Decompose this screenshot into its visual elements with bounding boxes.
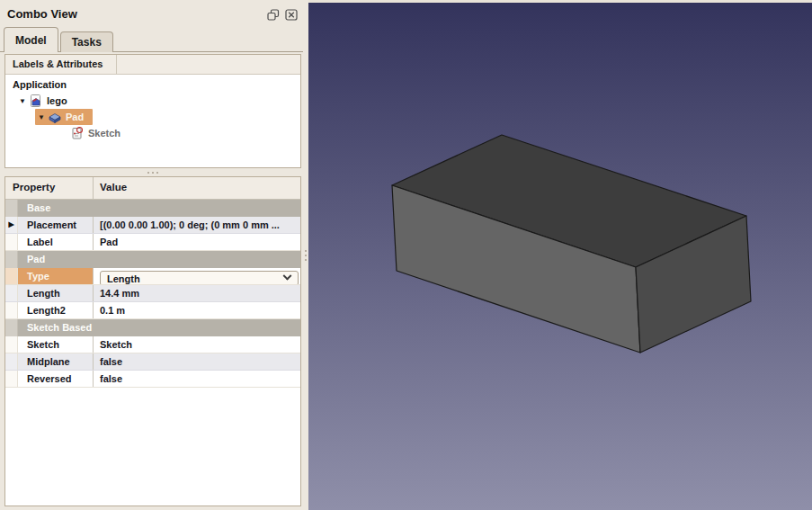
tab-model[interactable]: Model xyxy=(4,27,58,52)
row-gutter xyxy=(5,200,18,217)
tab-tasks[interactable]: Tasks xyxy=(60,31,113,52)
tree-item-label: Application xyxy=(13,79,67,90)
tree-body: Application▼lego▼PadSketch xyxy=(5,75,300,141)
combobox-value: Length xyxy=(107,273,140,284)
property-row-type[interactable]: TypeLength xyxy=(5,268,300,285)
property-row-placement[interactable]: ▶Placement[(0.00 0.00 1.00); 0 deg; (0 m… xyxy=(5,217,300,234)
viewport-3d[interactable] xyxy=(308,0,812,510)
row-gutter xyxy=(5,234,18,250)
row-gutter xyxy=(5,371,18,387)
property-value: false xyxy=(94,353,300,370)
property-row-sketch[interactable]: SketchSketch xyxy=(5,336,300,353)
property-value: Sketch xyxy=(94,336,300,353)
row-gutter xyxy=(5,319,18,336)
row-gutter xyxy=(5,251,18,268)
property-row-length2[interactable]: Length20.1 m xyxy=(5,302,300,319)
expand-arrow-icon[interactable]: ▼ xyxy=(16,97,29,105)
close-button[interactable] xyxy=(284,8,298,21)
tree-header: Labels & Attributes xyxy=(5,55,300,75)
property-value: 0.1 m xyxy=(94,302,300,318)
tree-item-label: Sketch xyxy=(88,128,120,139)
type-combobox[interactable]: Length xyxy=(100,271,299,284)
row-gutter xyxy=(5,353,18,370)
float-window-button[interactable] xyxy=(266,8,280,21)
row-gutter xyxy=(5,336,18,353)
tree-item-pad[interactable]: ▼Pad xyxy=(5,109,300,125)
property-group-pad: Pad xyxy=(5,251,300,268)
group-label: Pad xyxy=(18,251,300,268)
panel-title: Combo View xyxy=(7,7,77,21)
property-name: Reversed xyxy=(18,371,94,387)
tree-item-lego[interactable]: ▼lego xyxy=(5,93,300,109)
group-label: Sketch Based xyxy=(18,319,300,336)
property-value: Length xyxy=(94,268,300,284)
expand-arrow-icon[interactable]: ▼ xyxy=(35,113,48,121)
tree-header-label: Labels & Attributes xyxy=(5,55,117,74)
row-gutter xyxy=(5,302,18,318)
property-value: [(0.00 0.00 1.00); 0 deg; (0 mm 0 mm ... xyxy=(94,217,300,233)
property-header: Property Value xyxy=(5,177,300,200)
property-name: Label xyxy=(18,234,94,250)
group-label: Base xyxy=(18,200,300,217)
property-name: Type xyxy=(18,268,94,284)
horizontal-splitter-handle[interactable] xyxy=(4,168,301,176)
property-value: false xyxy=(94,371,300,387)
property-name: Length xyxy=(18,285,94,301)
tree-item-application[interactable]: Application xyxy=(5,76,300,93)
property-name: Midplane xyxy=(18,353,94,370)
value-column-header: Value xyxy=(94,177,300,199)
row-gutter xyxy=(5,285,18,301)
property-rows: Base▶Placement[(0.00 0.00 1.00); 0 deg; … xyxy=(5,200,300,388)
property-row-midplane[interactable]: Midplanefalse xyxy=(5,353,300,371)
property-group-base: Base xyxy=(5,200,300,217)
property-name: Placement xyxy=(18,217,94,233)
property-group-sketch-based: Sketch Based xyxy=(5,319,300,336)
panel-titlebar: Combo View xyxy=(0,0,308,25)
property-row-length[interactable]: Length14.4 mm xyxy=(5,285,300,302)
vertical-splitter-handle[interactable] xyxy=(302,0,308,510)
property-column-header: Property xyxy=(5,177,94,199)
row-gutter: ▶ xyxy=(5,217,18,233)
tree-item-label: lego xyxy=(47,95,67,106)
property-row-reversed[interactable]: Reversedfalse xyxy=(5,371,300,388)
pad-icon xyxy=(48,110,62,124)
pad-3d-object[interactable] xyxy=(308,0,812,510)
tree-item-label: Pad xyxy=(66,112,84,122)
tab-bar: ModelTasks xyxy=(4,27,115,52)
property-value: 14.4 mm xyxy=(94,285,300,301)
combo-view-panel: Combo View ModelTasks Labels & Attribute… xyxy=(0,0,308,510)
property-name: Sketch xyxy=(18,336,94,353)
float-window-icon xyxy=(267,9,280,21)
expand-arrow-icon[interactable]: ▶ xyxy=(8,221,13,228)
tree-item-sketch[interactable]: Sketch xyxy=(5,125,300,141)
chevron-down-icon xyxy=(283,272,292,281)
property-name: Length2 xyxy=(18,302,94,318)
sketch-icon xyxy=(70,126,85,140)
viewport-top-edge xyxy=(308,0,812,3)
property-editor-panel: Property Value Base▶Placement[(0.00 0.00… xyxy=(4,176,301,506)
property-row-label[interactable]: LabelPad xyxy=(5,234,300,251)
model-tree-panel: Labels & Attributes Application▼lego▼Pad… xyxy=(4,54,301,168)
close-icon xyxy=(285,9,298,21)
document-icon xyxy=(29,94,43,108)
property-value: Pad xyxy=(94,234,300,250)
row-gutter xyxy=(5,268,18,284)
